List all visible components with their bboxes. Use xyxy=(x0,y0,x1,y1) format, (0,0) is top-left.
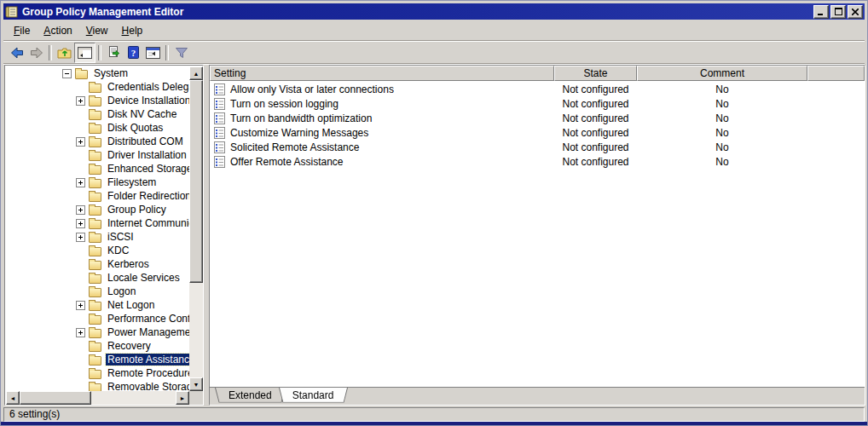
view-tab-strip: ExtendedStandard xyxy=(210,387,865,405)
expand-plus-icon[interactable] xyxy=(76,205,85,215)
tree-item-power-management[interactable]: Power Management xyxy=(5,325,189,339)
expand-plus-icon[interactable] xyxy=(76,301,85,310)
tree-item-internet-communicat[interactable]: Internet Communicat xyxy=(5,216,189,230)
tree-item-remote-procedure-c[interactable]: Remote Procedure C xyxy=(5,366,189,380)
folder-icon xyxy=(89,370,101,379)
setting-row-offer-remote-assistance[interactable]: Offer Remote AssistanceNot configuredNo xyxy=(210,154,865,169)
tree-item-removable-storage-a[interactable]: Removable Storage A xyxy=(5,380,189,391)
collapse-minus-icon[interactable] xyxy=(62,69,72,78)
tab-extended[interactable]: Extended xyxy=(215,388,286,405)
setting-row-turn-on-session-logging[interactable]: Turn on session loggingNot configuredNo xyxy=(210,96,865,111)
show-console-tree-button[interactable] xyxy=(74,43,95,63)
tree-item-folder-redirection[interactable]: Folder Redirection xyxy=(5,189,189,203)
setting-state: Not configured xyxy=(554,112,637,124)
setting-name-cell: Offer Remote Assistance xyxy=(210,156,554,168)
tree-item-label: Disk Quotas xyxy=(106,122,165,134)
expand-plus-icon[interactable] xyxy=(76,219,85,228)
back-button[interactable] xyxy=(7,43,26,62)
up-one-level-button[interactable] xyxy=(55,43,74,62)
folder-icon xyxy=(89,111,101,120)
column-header-blank[interactable] xyxy=(807,66,865,81)
minimize-icon xyxy=(818,9,825,15)
column-header-state[interactable]: State xyxy=(554,66,637,81)
horizontal-scroll-thumb[interactable] xyxy=(20,391,91,405)
scroll-up-button[interactable]: ▲ xyxy=(189,66,203,80)
tree-vertical-scrollbar[interactable]: ▲ ▼ xyxy=(189,66,203,391)
folder-icon xyxy=(89,343,101,352)
tree-item-distributed-com[interactable]: Distributed COM xyxy=(5,135,189,148)
tree-item-disk-nv-cache[interactable]: Disk NV Cache xyxy=(5,107,189,121)
tree-item-device-installation[interactable]: Device Installation xyxy=(5,94,189,107)
tree-item-filesystem[interactable]: Filesystem xyxy=(5,176,189,189)
setting-row-turn-on-bandwidth-optimization[interactable]: Turn on bandwidth optimizationNot config… xyxy=(210,111,865,125)
tree-item-credentials-delegatic[interactable]: Credentials Delegatic xyxy=(5,80,189,94)
tree-horizontal-scrollbar[interactable]: ◄ ► xyxy=(6,391,189,405)
vertical-scroll-thumb[interactable] xyxy=(189,80,203,283)
menu-action[interactable]: Action xyxy=(37,23,78,38)
tree-item-driver-installation[interactable]: Driver Installation xyxy=(5,148,189,162)
back-arrow-icon xyxy=(10,46,24,60)
folder-icon xyxy=(89,315,101,325)
setting-name-cell: Solicited Remote Assistance xyxy=(210,141,554,153)
tree-item-label: Remote Assistance xyxy=(106,354,189,366)
setting-comment: No xyxy=(637,141,807,153)
folder-icon xyxy=(89,138,101,147)
tree-item-disk-quotas[interactable]: Disk Quotas xyxy=(5,121,189,135)
setting-row-customize-warning-messages[interactable]: Customize Warning MessagesNot configured… xyxy=(210,125,865,140)
tree-item-recovery[interactable]: Recovery xyxy=(5,339,189,353)
expand-plus-icon[interactable] xyxy=(76,96,85,106)
tree-item-label: Remote Procedure C xyxy=(106,367,189,379)
tree-item-net-logon[interactable]: Net Logon xyxy=(5,298,189,312)
group-policy-editor-window: Group Policy Management Editor FileActio… xyxy=(0,0,868,426)
scroll-down-button[interactable]: ▼ xyxy=(189,377,203,391)
maximize-button[interactable] xyxy=(830,5,846,19)
folder-icon xyxy=(89,329,101,338)
column-header-comment[interactable]: Comment xyxy=(637,66,807,81)
scroll-right-button[interactable]: ► xyxy=(176,391,189,405)
tree-item-system[interactable]: System xyxy=(5,66,189,80)
tree-item-label: Distributed COM xyxy=(106,135,185,147)
menu-file[interactable]: File xyxy=(7,23,37,38)
title-bar: Group Policy Management Editor xyxy=(3,3,865,20)
tab-standard[interactable]: Standard xyxy=(279,388,348,405)
setting-row-allow-only-vista-or-later-connections[interactable]: Allow only Vista or later connectionsNot… xyxy=(210,82,865,96)
tree-item-label: Performance Control xyxy=(106,313,189,325)
properties-window-button[interactable] xyxy=(143,43,163,62)
tree-item-label: Filesystem xyxy=(106,176,158,188)
tree-item-logon[interactable]: Logon xyxy=(5,285,189,298)
list-header: SettingStateComment xyxy=(210,66,865,81)
filter-button[interactable] xyxy=(171,43,191,62)
folder-icon xyxy=(89,83,101,93)
tree-item-performance-control[interactable]: Performance Control xyxy=(5,312,189,325)
export-list-button[interactable] xyxy=(104,43,124,62)
tree-item-enhanced-storage-ac[interactable]: Enhanced Storage Ac xyxy=(5,162,189,176)
tree-item-label: Locale Services xyxy=(106,272,182,284)
tree-item-iscsi[interactable]: iSCSI xyxy=(5,230,189,244)
folder-icon xyxy=(89,247,101,256)
svg-text:?: ? xyxy=(131,48,136,58)
scroll-left-button[interactable]: ◄ xyxy=(6,391,20,405)
tree-item-label: Folder Redirection xyxy=(106,190,189,202)
expand-plus-icon[interactable] xyxy=(76,178,85,187)
tree-item-kdc[interactable]: KDC xyxy=(5,244,189,257)
help-button[interactable]: ? xyxy=(124,43,143,62)
minimize-button[interactable] xyxy=(813,5,829,19)
setting-row-solicited-remote-assistance[interactable]: Solicited Remote AssistanceNot configure… xyxy=(210,140,865,154)
menu-view[interactable]: View xyxy=(79,23,115,38)
tree-item-label: Power Management xyxy=(106,326,189,338)
folder-icon xyxy=(89,261,101,270)
tree-item-locale-services[interactable]: Locale Services xyxy=(5,271,189,285)
column-header-setting[interactable]: Setting xyxy=(210,66,554,81)
tree-item-remote-assistance[interactable]: Remote Assistance xyxy=(5,353,189,366)
folder-icon xyxy=(89,274,101,284)
expand-plus-icon[interactable] xyxy=(76,137,85,147)
forward-button[interactable] xyxy=(26,43,46,62)
folder-icon xyxy=(89,220,101,229)
policy-setting-icon xyxy=(214,98,225,110)
expand-plus-icon[interactable] xyxy=(76,233,85,242)
expand-plus-icon[interactable] xyxy=(76,328,85,337)
tree-item-group-policy[interactable]: Group Policy xyxy=(5,203,189,216)
menu-help[interactable]: Help xyxy=(115,23,150,38)
tree-item-kerberos[interactable]: Kerberos xyxy=(5,257,189,271)
close-button[interactable] xyxy=(848,5,863,19)
